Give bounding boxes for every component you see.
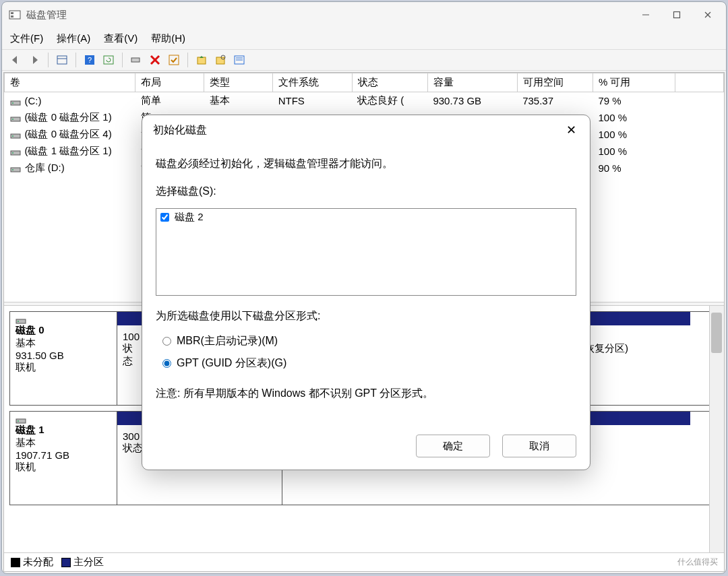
column-header[interactable]: % 可用 [593, 73, 675, 92]
disk-icon [16, 416, 28, 424]
disk-icon [10, 98, 22, 106]
maximize-button[interactable] [661, 4, 692, 26]
column-header[interactable]: 容量 [427, 73, 517, 92]
list-item[interactable]: 磁盘 2 [156, 209, 576, 226]
svg-rect-7 [57, 56, 67, 64]
legend: 未分配 主分区 [4, 552, 724, 571]
disk-header[interactable]: 磁盘 1基本1907.71 GB联机 [9, 411, 117, 505]
mbr-label: MBR(主启动记录)(M) [177, 334, 278, 348]
dialog-close-icon[interactable]: ✕ [563, 123, 579, 137]
check-icon[interactable] [166, 52, 182, 68]
legend-primary: 主分区 [73, 556, 104, 567]
svg-point-25 [12, 119, 13, 120]
svg-rect-1 [11, 12, 13, 14]
dialog-note: 注意: 所有早期版本的 Windows 都不识别 GPT 分区形式。 [156, 387, 576, 401]
disk-header[interactable]: 磁盘 0基本931.50 GB联机 [9, 311, 117, 406]
close-button[interactable] [692, 4, 723, 26]
legend-unallocated: 未分配 [23, 556, 53, 567]
ok-button[interactable]: 确定 [416, 435, 490, 457]
column-header[interactable]: 文件系统 [273, 73, 352, 92]
svg-rect-11 [104, 56, 113, 64]
column-header[interactable]: 状态 [352, 73, 427, 92]
disk-icon [10, 148, 22, 156]
main-window: 磁盘管理 文件(F) 操作(A) 查看(V) 帮助(H) ? [1, 1, 727, 574]
gpt-label: GPT (GUID 分区表)(G) [177, 356, 286, 371]
disk-listbox[interactable]: 磁盘 2 [156, 208, 576, 296]
disk-icon [10, 131, 22, 139]
gpt-radio[interactable] [162, 359, 171, 368]
app-icon [9, 9, 21, 21]
svg-point-23 [12, 102, 13, 104]
action1-icon[interactable] [193, 52, 210, 68]
view-icon[interactable] [54, 52, 70, 68]
svg-point-35 [18, 420, 19, 422]
column-header[interactable]: 类型 [204, 73, 273, 92]
action2-icon[interactable] [212, 52, 229, 68]
titlebar: 磁盘管理 [2, 2, 726, 28]
svg-point-33 [18, 321, 19, 322]
help-icon[interactable]: ? [82, 52, 98, 68]
properties-icon[interactable] [231, 52, 247, 68]
legend-primary-swatch [61, 558, 71, 567]
window-title: 磁盘管理 [26, 9, 67, 22]
initialize-disk-dialog: 初始化磁盘 ✕ 磁盘必须经过初始化，逻辑磁盘管理器才能访问。 选择磁盘(S): … [142, 115, 590, 470]
dialog-message: 磁盘必须经过初始化，逻辑磁盘管理器才能访问。 [156, 157, 576, 171]
vertical-scrollbar[interactable] [709, 306, 724, 552]
mbr-radio[interactable] [162, 337, 171, 346]
column-header[interactable]: 布局 [135, 73, 204, 92]
column-header[interactable]: 可用空间 [517, 73, 593, 92]
delete-icon[interactable] [147, 52, 163, 68]
disk-icon [10, 164, 22, 172]
table-row[interactable]: (C:)简单基本NTFS状态良好 (930.73 GB735.3779 % [5, 92, 724, 110]
legend-unallocated-swatch [11, 558, 20, 567]
column-header[interactable]: 卷 [5, 73, 135, 92]
svg-point-27 [12, 135, 13, 137]
disk-icon [16, 316, 28, 324]
svg-rect-15 [169, 55, 179, 65]
dialog-title: 初始化磁盘 [153, 123, 207, 137]
gpt-radio-row[interactable]: GPT (GUID 分区表)(G) [162, 356, 576, 371]
svg-rect-16 [198, 57, 206, 64]
minimize-button[interactable] [630, 4, 661, 26]
rescan-icon[interactable] [128, 52, 144, 68]
menu-action[interactable]: 操作(A) [57, 32, 90, 45]
cancel-button[interactable]: 取消 [502, 435, 576, 457]
svg-point-31 [12, 169, 13, 170]
mbr-radio-row[interactable]: MBR(主启动记录)(M) [162, 334, 576, 348]
partition-style-label: 为所选磁盘使用以下磁盘分区形式: [156, 309, 576, 323]
select-disk-label: 选择磁盘(S): [156, 185, 576, 199]
watermark: 什么值得买 [673, 555, 722, 569]
svg-point-29 [12, 152, 13, 154]
toolbar: ? [2, 49, 726, 71]
window-controls [630, 4, 723, 26]
svg-text:?: ? [88, 56, 92, 64]
menu-view[interactable]: 查看(V) [104, 32, 138, 45]
forward-button[interactable] [26, 52, 42, 68]
svg-rect-17 [216, 57, 224, 64]
refresh-icon[interactable] [100, 52, 117, 68]
back-button[interactable] [7, 52, 24, 68]
menu-file[interactable]: 文件(F) [10, 32, 43, 45]
svg-rect-12 [131, 58, 140, 62]
svg-rect-0 [9, 11, 20, 19]
svg-rect-4 [674, 12, 680, 18]
svg-rect-2 [11, 15, 13, 18]
disk-icon [10, 114, 22, 122]
menu-help[interactable]: 帮助(H) [151, 32, 185, 45]
disk-2-label: 磁盘 2 [175, 211, 204, 224]
menubar: 文件(F) 操作(A) 查看(V) 帮助(H) [2, 28, 726, 49]
partition[interactable]: 恢复分区) [579, 312, 690, 405]
disk-2-checkbox[interactable] [160, 213, 169, 222]
